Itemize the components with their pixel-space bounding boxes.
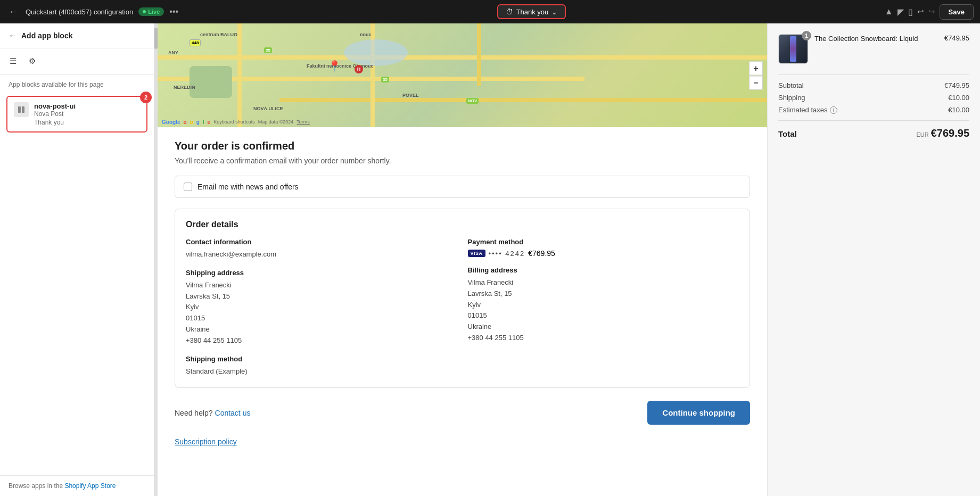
order-confirmed-title: Your order is confirmed bbox=[175, 140, 750, 152]
map-zoom-in[interactable]: + bbox=[749, 61, 763, 75]
route-35-2: 35 bbox=[381, 77, 389, 82]
route-448: 448 bbox=[190, 39, 201, 46]
device-icons: ▲ ◤ ▯ bbox=[885, 7, 913, 17]
desktop-icon[interactable]: ▲ bbox=[885, 7, 893, 17]
billing-name: Vilma Franecki bbox=[468, 278, 514, 286]
water-body bbox=[344, 39, 408, 66]
app-block-inner: nova-post-ui Nova Post Thank you bbox=[14, 102, 140, 126]
app-block-info: nova-post-ui Nova Post Thank you bbox=[34, 102, 76, 126]
shopify-app-store-link[interactable]: Shopify App Store bbox=[64, 482, 116, 490]
billing-address-label: Billing address bbox=[468, 266, 739, 274]
sidebar-title: Add app block bbox=[21, 31, 72, 40]
continue-shopping-button[interactable]: Continue shopping bbox=[647, 401, 750, 425]
svg-rect-0 bbox=[18, 106, 21, 113]
total-row: Total EUR €769.95 bbox=[778, 127, 969, 139]
app-block-provider: Nova Post bbox=[34, 110, 76, 118]
email-checkbox[interactable] bbox=[184, 183, 192, 191]
thank-you-pill[interactable]: ⏱ Thank you ⌄ bbox=[497, 4, 566, 19]
product-name: The Collection Snowboard: Liquid bbox=[814, 34, 938, 44]
live-dot bbox=[143, 10, 146, 13]
app-block-page: Thank you bbox=[34, 119, 76, 126]
sidebar-toolbar: ☰ ⚙ bbox=[0, 48, 154, 75]
hospital-icon: H bbox=[355, 65, 363, 73]
back-button[interactable]: ← bbox=[6, 4, 20, 20]
shipping-row: Shipping €10.00 bbox=[778, 94, 969, 102]
settings-icon[interactable]: ⚙ bbox=[23, 53, 40, 70]
summary-divider-2 bbox=[778, 120, 969, 121]
save-button[interactable]: Save bbox=[940, 4, 974, 20]
taxes-info-icon[interactable]: i bbox=[830, 106, 837, 114]
shipping-street: Lavrska St, 15 bbox=[186, 292, 230, 300]
sidebar: ← Add app block ☰ ⚙ App blocks available… bbox=[0, 23, 154, 496]
order-details-title: Order details bbox=[186, 220, 739, 229]
billing-city: Kyiv bbox=[468, 301, 481, 309]
map-container: centrum BALUO nouc ANY NEREDÍN Fakultní … bbox=[158, 23, 767, 127]
visa-dots: •••• 4242 bbox=[489, 250, 525, 258]
map-background: centrum BALUO nouc ANY NEREDÍN Fakultní … bbox=[158, 23, 767, 127]
topbar-left: ← Quickstart (4f00cd57) configuration Li… bbox=[6, 4, 178, 20]
summary-divider-1 bbox=[778, 75, 969, 75]
order-details-box: Order details Contact information vilma.… bbox=[175, 209, 750, 388]
layers-icon[interactable]: ☰ bbox=[4, 53, 21, 70]
sidebar-footer: Browse apps in the Shopify App Store bbox=[0, 475, 154, 496]
map-label-povel: POVEL bbox=[402, 93, 419, 98]
app-block-item[interactable]: 2 nova-post-ui Nova Post Thank you bbox=[6, 96, 147, 133]
billing-country: Ukraine bbox=[468, 323, 492, 330]
visa-amount: €769.95 bbox=[528, 249, 555, 258]
road-v3 bbox=[477, 23, 481, 86]
taxes-value: €10.00 bbox=[948, 106, 969, 114]
help-text-row: Need help? Contact us bbox=[175, 409, 250, 417]
taxes-label-row: Estimated taxes i bbox=[778, 106, 837, 114]
order-right-col: Payment method VISA •••• 4242 €769.95 Bi… bbox=[468, 238, 739, 377]
topbar: ← Quickstart (4f00cd57) configuration Li… bbox=[0, 0, 980, 23]
billing-postal: 01015 bbox=[468, 311, 487, 319]
total-label: Total bbox=[778, 129, 797, 138]
keyboard-shortcuts: Keyboard shortcuts bbox=[213, 119, 255, 125]
sidebar-header: ← Add app block bbox=[0, 23, 154, 48]
map-label-nova-ulice: NOVÁ ULICE bbox=[253, 106, 283, 111]
need-help-text: Need help? bbox=[175, 409, 213, 417]
shipping-value: €10.00 bbox=[948, 94, 969, 102]
thank-you-label: Thank you bbox=[516, 8, 549, 16]
shipping-city: Kyiv bbox=[186, 303, 199, 311]
main-content: Your order is confirmed You'll receive a… bbox=[158, 127, 767, 463]
undo-button[interactable]: ↩ bbox=[917, 7, 924, 16]
map-zoom-out[interactable]: − bbox=[749, 76, 763, 89]
shipping-address: Vilma Franecki Lavrska St, 15 Kyiv 01015… bbox=[186, 280, 457, 346]
shipping-country: Ukraine bbox=[186, 325, 210, 333]
subscription-policy-link[interactable]: Subscription policy bbox=[175, 433, 750, 450]
product-price: €749.95 bbox=[944, 34, 969, 42]
quantity-badge: 1 bbox=[802, 31, 811, 40]
redo-button[interactable]: ↪ bbox=[928, 7, 935, 16]
subtotal-row: Subtotal €749.95 bbox=[778, 81, 969, 89]
visa-badge: VISA bbox=[468, 250, 485, 257]
tablet-icon[interactable]: ◤ bbox=[897, 7, 904, 17]
map-controls: + − bbox=[749, 61, 763, 89]
contact-label: Contact information bbox=[186, 238, 457, 246]
road-h3 bbox=[279, 98, 767, 102]
order-left-col: Contact information vilma.franecki@examp… bbox=[186, 238, 457, 377]
live-label: Live bbox=[148, 9, 160, 15]
google-logo: Google bbox=[162, 119, 180, 125]
contact-us-link[interactable]: Contact us bbox=[215, 409, 251, 417]
shipping-method-label: Shipping method bbox=[186, 355, 457, 363]
product-info: The Collection Snowboard: Liquid bbox=[814, 34, 938, 44]
map-label-neredín: NEREDÍN bbox=[174, 85, 195, 90]
email-checkbox-row[interactable]: Email me with news and offers bbox=[175, 176, 750, 198]
email-checkbox-label: Email me with news and offers bbox=[197, 183, 299, 191]
total-right: EUR €769.95 bbox=[916, 127, 969, 139]
map-label-centrum: centrum BALUO bbox=[200, 32, 237, 37]
billing-address: Vilma Franecki Lavrska St, 15 Kyiv 01015… bbox=[468, 277, 739, 344]
svg-rect-1 bbox=[22, 106, 24, 113]
app-block-name: nova-post-ui bbox=[34, 102, 76, 110]
total-currency: EUR bbox=[916, 131, 928, 138]
more-button[interactable]: ••• bbox=[169, 7, 178, 16]
store-name: Quickstart (4f00cd57) configuration bbox=[26, 8, 133, 16]
road-h1 bbox=[158, 55, 767, 60]
road-v1 bbox=[237, 23, 242, 127]
product-image-wrapper: 1 bbox=[778, 34, 808, 64]
terms-link[interactable]: Terms bbox=[297, 119, 310, 125]
mobile-icon[interactable]: ▯ bbox=[908, 7, 913, 17]
topbar-center: ⏱ Thank you ⌄ bbox=[497, 4, 566, 19]
sidebar-back-button[interactable]: ← bbox=[9, 31, 17, 40]
